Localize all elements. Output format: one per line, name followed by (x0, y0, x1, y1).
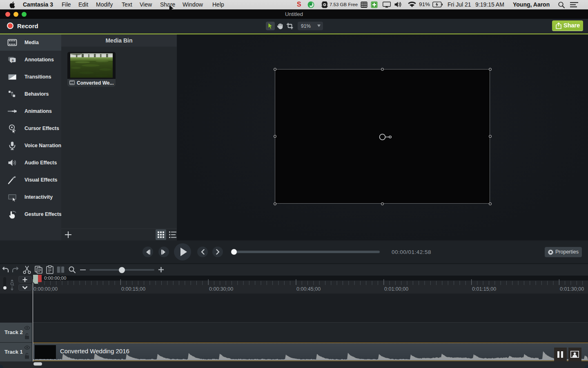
svg-text:0:00:00;00: 0:00:00;00 (33, 286, 58, 292)
svg-text:0:00:30;00: 0:00:30;00 (209, 286, 233, 292)
svg-text:a: a (12, 58, 14, 62)
svg-text:0:00:15;00: 0:00:15;00 (121, 286, 145, 292)
svg-text:0:01:00;00: 0:01:00;00 (384, 286, 408, 292)
svg-text:0:01:30;00: 0:01:30;00 (560, 286, 584, 292)
svg-text:0:01:15;00: 0:01:15;00 (472, 286, 496, 292)
svg-text:0:00:45;00: 0:00:45;00 (296, 286, 321, 292)
